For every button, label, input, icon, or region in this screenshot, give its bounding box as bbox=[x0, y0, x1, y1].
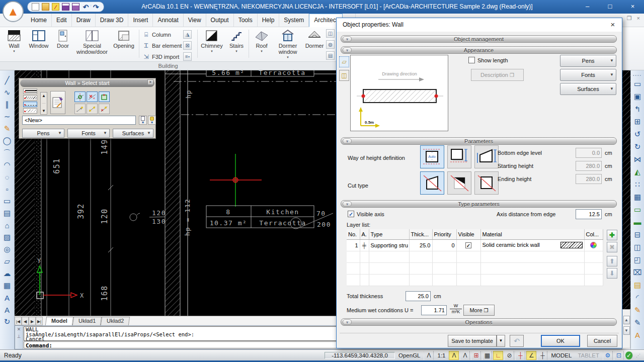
col-color[interactable]: Col... bbox=[584, 229, 603, 239]
door-button[interactable]: Door bbox=[52, 28, 73, 60]
polygon-icon[interactable]: ⌂ bbox=[1, 219, 13, 231]
save-icon[interactable] bbox=[62, 3, 69, 11]
lwt-icon[interactable]: ┼ bbox=[537, 351, 547, 360]
dormer-button[interactable]: Dormer bbox=[303, 28, 326, 60]
palette-fonts-button[interactable]: Fonts▼ bbox=[67, 129, 110, 138]
snap-axis-button[interactable] bbox=[74, 92, 86, 102]
pin-command-icon[interactable]: ⊥ bbox=[17, 334, 21, 339]
collapse-icon[interactable]: ∨ bbox=[343, 47, 352, 53]
axis-distance-input[interactable]: 12.5 bbox=[576, 209, 602, 219]
pen-edit-icon[interactable]: ✎ bbox=[631, 316, 643, 329]
close-button[interactable]: × bbox=[621, 0, 644, 14]
col-type[interactable]: Type bbox=[369, 229, 409, 239]
array-path-icon[interactable]: ▦ bbox=[631, 191, 643, 203]
last-layout-icon[interactable]: ▶| bbox=[36, 317, 43, 325]
status-ok-icon[interactable]: ✓ bbox=[625, 351, 633, 359]
polar-icon[interactable]: ⊘ bbox=[504, 351, 514, 360]
mesh-icon[interactable]: ⊠ bbox=[183, 41, 192, 50]
maximize-button[interactable]: □ bbox=[599, 0, 621, 14]
refresh-icon[interactable]: ↻ bbox=[1, 316, 13, 328]
hatch-fill-icon[interactable]: ▦ bbox=[1, 280, 13, 292]
rectangle-icon[interactable]: ▭ bbox=[1, 195, 13, 207]
col-material[interactable]: Material bbox=[480, 229, 584, 239]
closed-spline-icon[interactable]: ◌ bbox=[1, 171, 13, 183]
window-button[interactable]: Window bbox=[26, 28, 51, 60]
description-button[interactable]: Description ❐ bbox=[471, 69, 524, 81]
roof-button[interactable]: Roof▾ bbox=[251, 28, 273, 60]
view-window-icon[interactable]: ◫ bbox=[326, 29, 335, 38]
spin-up-icon[interactable]: ▲ bbox=[42, 94, 46, 98]
arcadia-open-icon[interactable]: ∕ bbox=[52, 3, 59, 11]
mirror-axis-icon[interactable]: ◭ bbox=[631, 165, 643, 178]
tab-view[interactable]: View bbox=[184, 14, 206, 27]
save-template-dropdown-icon[interactable]: ▼ bbox=[497, 335, 505, 347]
palette-close-icon[interactable]: × bbox=[147, 79, 153, 85]
wall-type-spinner[interactable]: ▲┈┈▼ bbox=[40, 92, 47, 115]
fillet-icon[interactable]: ◜ bbox=[631, 291, 643, 304]
box-3d-icon[interactable]: ◫ bbox=[631, 241, 643, 253]
wall-template-select[interactable]: <New> bbox=[22, 116, 136, 125]
first-layout-icon[interactable]: |◀ bbox=[15, 317, 22, 325]
text-edit-icon[interactable]: A bbox=[631, 329, 643, 341]
col-visible[interactable]: Visible bbox=[456, 229, 480, 239]
grid-icon[interactable]: ▦ bbox=[482, 351, 492, 360]
scale-display[interactable]: 1:1 bbox=[435, 352, 448, 358]
rotate-ccw-icon[interactable]: ↺ bbox=[631, 128, 643, 140]
settings-gear-icon[interactable]: ⚙ bbox=[603, 351, 613, 360]
document-close-icon[interactable]: × bbox=[637, 15, 640, 22]
scroll-up-icon[interactable]: ▲ bbox=[623, 316, 630, 324]
tab-annotate[interactable]: Annotat bbox=[153, 14, 183, 27]
tab-uklad1[interactable]: Układ1 bbox=[72, 317, 102, 325]
donut-icon[interactable]: ◎ bbox=[1, 243, 13, 255]
trim-icon[interactable]: ⊟ bbox=[631, 228, 643, 241]
tab-help[interactable]: Help bbox=[258, 14, 280, 27]
windows-cascade-icon[interactable]: ⊡ bbox=[614, 351, 624, 360]
chimney-button[interactable]: Chimney▾ bbox=[199, 28, 224, 60]
collapse-icon[interactable]: ∨ bbox=[343, 36, 352, 42]
point-icon[interactable]: ▫ bbox=[1, 183, 13, 195]
section-parameters[interactable]: ∨Parameters bbox=[341, 137, 617, 145]
rotate-cw-icon[interactable]: ↻ bbox=[631, 140, 643, 153]
collapse-icon[interactable]: ∨ bbox=[343, 138, 352, 144]
hatch-region-icon[interactable]: ▨ bbox=[1, 231, 13, 243]
section-object-management[interactable]: ∨Object management bbox=[341, 35, 617, 43]
bar-element-button[interactable]: ꞮBar element bbox=[142, 41, 182, 50]
height-auto-button[interactable]: Autoˆˇ bbox=[420, 145, 444, 168]
prev-layout-icon[interactable]: ◀ bbox=[22, 317, 29, 325]
collapse-icon[interactable]: ∨ bbox=[343, 319, 352, 325]
save-as-icon[interactable] bbox=[72, 3, 79, 11]
layers-list-icon[interactable]: ≡▾ bbox=[183, 52, 192, 61]
text-style-icon[interactable]: A bbox=[1, 304, 13, 316]
view-2d-button[interactable]: ▱ bbox=[339, 56, 349, 67]
tab-model[interactable]: Model bbox=[45, 317, 73, 325]
new-file-icon[interactable] bbox=[32, 3, 39, 11]
lighting-icon[interactable]: Ʌ bbox=[449, 351, 459, 360]
total-thickness-input[interactable]: 25.0 bbox=[406, 291, 431, 301]
ok-button[interactable]: OK bbox=[541, 335, 580, 347]
revert-icon[interactable]: ↶ bbox=[510, 335, 524, 347]
snap-point-button[interactable] bbox=[99, 92, 110, 102]
collapse-icon[interactable]: ∨ bbox=[343, 201, 352, 207]
line-icon[interactable]: ╱ bbox=[1, 74, 13, 86]
arc-icon[interactable]: ⌒ bbox=[1, 147, 13, 159]
tab-insert[interactable]: Insert bbox=[128, 14, 153, 27]
tab-system[interactable]: System bbox=[279, 14, 309, 27]
snap-icon[interactable]: ⊞ bbox=[471, 351, 481, 360]
tab-uklad2[interactable]: Układ2 bbox=[101, 317, 130, 325]
height-levels-button[interactable] bbox=[447, 145, 471, 168]
double-line-icon[interactable]: ∥ bbox=[1, 99, 13, 111]
render-mode[interactable]: OpenGL bbox=[396, 352, 423, 358]
polyline-edit-icon[interactable]: ✎ bbox=[631, 304, 643, 316]
visible-axis-checkbox[interactable]: ✓ bbox=[348, 211, 354, 217]
section-type-parameters[interactable]: ∨Type parameters bbox=[341, 200, 617, 208]
qat-customize-icon[interactable]: ▾ bbox=[90, 3, 92, 8]
view-3d-button[interactable]: ◫ bbox=[339, 70, 349, 81]
template-file-icon[interactable]: ▾ bbox=[139, 116, 147, 125]
cancel-button[interactable]: Cancel bbox=[587, 335, 617, 347]
pens-button[interactable]: Pens▼ bbox=[560, 55, 616, 67]
region-icon[interactable]: ▭ bbox=[631, 203, 643, 216]
hatch-lines-icon[interactable]: ▤ bbox=[1, 207, 13, 219]
template-library-icon[interactable]: ▾ bbox=[148, 116, 156, 125]
cut-slant-button[interactable] bbox=[420, 171, 444, 195]
save-to-template-button[interactable]: Save to template bbox=[448, 335, 497, 347]
